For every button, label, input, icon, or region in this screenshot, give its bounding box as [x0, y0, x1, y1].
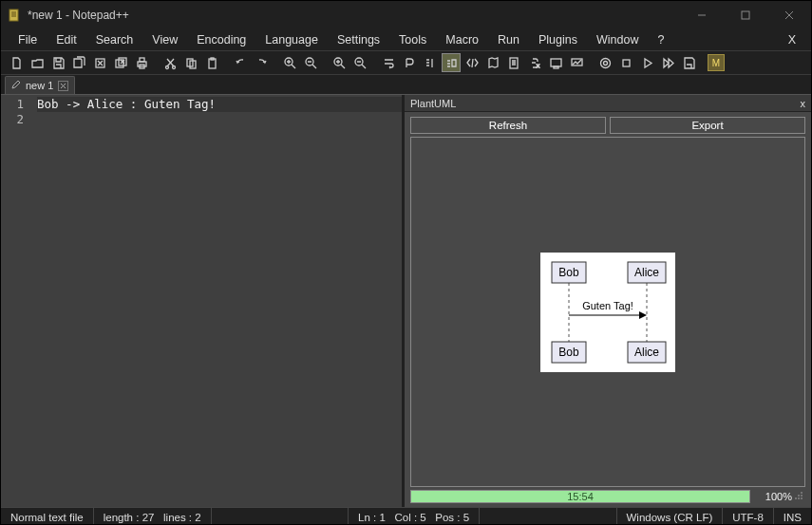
menu-file[interactable]: File	[9, 31, 47, 48]
code-line	[37, 112, 402, 127]
tab-bar: new 1	[1, 75, 811, 95]
menu-edit[interactable]: Edit	[47, 31, 86, 48]
new-file-icon[interactable]	[7, 53, 26, 72]
paste-icon[interactable]	[202, 53, 221, 72]
status-eol[interactable]: Windows (CR LF)	[617, 508, 724, 525]
refresh-button[interactable]: Refresh	[410, 117, 606, 134]
play-icon[interactable]	[637, 53, 656, 72]
close-all-icon[interactable]	[111, 53, 130, 72]
maximize-button[interactable]	[724, 1, 767, 29]
panel-title-bar: PlantUML x	[405, 95, 811, 112]
panel-title: PlantUML	[410, 98, 456, 109]
panel-status-bar: 15:54	[410, 490, 750, 503]
code-fold-icon[interactable]	[463, 53, 482, 72]
close-window-button[interactable]	[767, 1, 811, 29]
wrap-icon[interactable]	[379, 53, 398, 72]
menu-tools[interactable]: Tools	[389, 31, 436, 48]
menu-language[interactable]: Language	[255, 31, 328, 48]
menu-plugins[interactable]: Plugins	[529, 31, 587, 48]
save-icon[interactable]	[48, 53, 67, 72]
close-icon[interactable]	[90, 53, 109, 72]
svg-point-42	[801, 492, 803, 494]
status-cursor: Ln : 1 Col : 5 Pos : 5	[349, 508, 480, 525]
doc-list-icon[interactable]	[504, 53, 523, 72]
diagram-actor-left: Bob	[558, 266, 579, 279]
print-icon[interactable]	[132, 53, 151, 72]
tab-close-icon[interactable]	[58, 81, 68, 91]
panel-status: 15:54 100%	[410, 489, 805, 504]
svg-point-40	[795, 497, 797, 499]
cut-icon[interactable]	[161, 53, 179, 72]
svg-text:Bob: Bob	[558, 346, 579, 359]
diagram-message: Guten Tag!	[582, 300, 633, 311]
status-encoding[interactable]: UTF-8	[723, 508, 774, 525]
stop-record-icon[interactable]	[616, 53, 635, 72]
menu-search[interactable]: Search	[86, 31, 143, 48]
uml-diagram: Bob Alice Bob Alice Guten Tag!	[540, 253, 675, 372]
svg-rect-0	[9, 9, 18, 21]
menu-window[interactable]: Window	[587, 31, 648, 48]
zoom-in-icon[interactable]	[280, 53, 299, 72]
sync-v-icon[interactable]	[330, 53, 349, 72]
svg-point-41	[798, 495, 800, 497]
svg-text:Alice: Alice	[634, 346, 659, 359]
show-all-icon[interactable]	[400, 53, 419, 72]
undo-icon[interactable]	[231, 53, 250, 72]
macro-m-icon[interactable]: M	[708, 54, 725, 71]
zoom-out-icon[interactable]	[301, 53, 320, 72]
menu-view[interactable]: View	[142, 31, 187, 48]
resize-grip-icon[interactable]	[794, 491, 805, 502]
menu-run[interactable]: Run	[488, 31, 529, 48]
editor-pane[interactable]: 1 2 Bob -> Alice : Guten Tag!	[1, 95, 402, 507]
redo-icon[interactable]	[252, 53, 271, 72]
monitor-icon[interactable]	[567, 53, 586, 72]
menu-macro[interactable]: Macro	[436, 31, 488, 48]
svg-rect-1	[742, 11, 749, 19]
play-multi-icon[interactable]	[658, 53, 677, 72]
open-file-icon[interactable]	[28, 53, 47, 72]
code-area[interactable]: Bob -> Alice : Guten Tag!	[37, 95, 402, 507]
window-title: *new 1 - Notepad++	[28, 9, 680, 22]
menu-encoding[interactable]: Encoding	[187, 31, 255, 48]
svg-point-38	[798, 497, 800, 499]
folder-workspace-icon[interactable]	[546, 53, 565, 72]
sync-h-icon[interactable]	[350, 53, 369, 72]
indent-guide-icon[interactable]	[421, 53, 440, 72]
menu-settings[interactable]: Settings	[328, 31, 389, 48]
code-line: Bob -> Alice : Guten Tag!	[37, 97, 402, 112]
line-number-gutter: 1 2	[1, 95, 37, 507]
svg-point-9	[172, 66, 175, 68]
copy-icon[interactable]	[181, 53, 200, 72]
export-button[interactable]: Export	[610, 117, 805, 134]
status-filetype: Normal text file	[1, 508, 94, 525]
tab-label: new 1	[26, 80, 53, 91]
toolbar: x M	[1, 50, 811, 75]
preview-area[interactable]: Bob Alice Bob Alice Guten Tag!	[410, 137, 805, 487]
menu-close-x[interactable]: X	[781, 31, 803, 48]
menu-bar: File Edit Search View Encoding Language …	[1, 29, 811, 50]
panel-close-icon[interactable]: x	[801, 98, 806, 109]
svg-point-8	[165, 66, 168, 68]
lang-udl-icon[interactable]	[442, 53, 461, 72]
save-all-icon[interactable]	[69, 53, 88, 72]
svg-point-37	[801, 497, 803, 499]
app-icon	[7, 8, 22, 23]
menu-help[interactable]: ?	[648, 31, 673, 48]
svg-rect-20	[551, 59, 561, 66]
diagram-actor-right: Alice	[634, 266, 659, 279]
line-number: 2	[1, 112, 37, 127]
svg-text:x: x	[537, 63, 539, 68]
panel-status-pct: 100%	[750, 491, 794, 502]
minimize-button[interactable]	[680, 1, 724, 29]
tab-new-1[interactable]: new 1	[5, 76, 75, 94]
doc-map-icon[interactable]	[483, 53, 502, 72]
record-icon[interactable]	[595, 53, 614, 72]
function-list-icon[interactable]: x	[525, 53, 544, 72]
svg-point-39	[801, 495, 803, 497]
status-mode[interactable]: INS	[774, 508, 811, 525]
status-length: length : 27 lines : 2	[94, 508, 212, 525]
svg-rect-21	[554, 66, 558, 68]
title-bar: *new 1 - Notepad++	[1, 1, 811, 29]
svg-point-23	[600, 58, 610, 67]
save-macro-icon[interactable]	[679, 53, 698, 72]
